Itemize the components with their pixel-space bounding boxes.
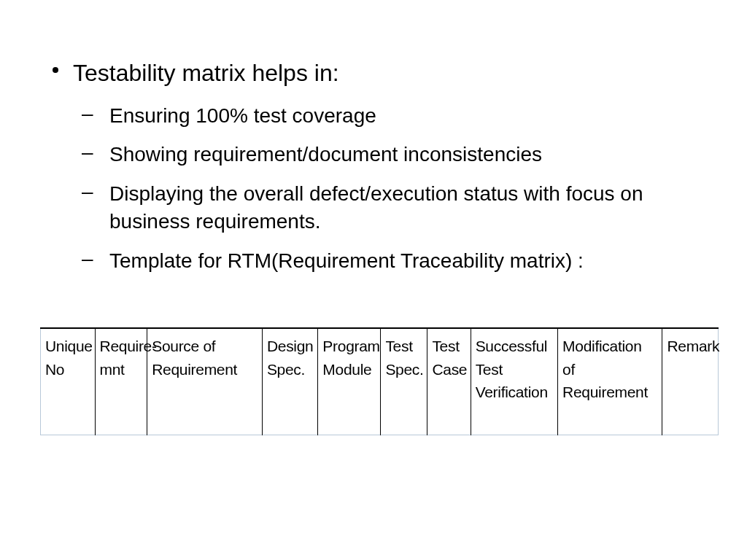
- col-requirement: Require-mnt: [95, 328, 147, 435]
- col-test-spec: Test Spec.: [381, 328, 427, 435]
- col-verification: Successful Test Verification: [471, 328, 557, 435]
- rtm-template-table-wrap: Unique No Require-mnt Source of Requirem…: [40, 327, 719, 435]
- sub-list-item: – Template for RTM(Requirement Traceabil…: [73, 247, 703, 275]
- col-test-case: Test Case: [427, 328, 471, 435]
- dash-icon: –: [82, 141, 93, 164]
- sub-list-item: – Showing requirement/document inconsist…: [73, 141, 703, 168]
- col-remark: Remark: [662, 328, 719, 435]
- col-source: Source of Requirement: [147, 328, 263, 435]
- bullet-icon: [53, 67, 58, 73]
- col-program-module: Program Module: [318, 328, 381, 435]
- dash-icon: –: [82, 180, 93, 203]
- main-bullet-list: Testability matrix helps in: – Ensuring …: [44, 58, 703, 275]
- col-modification: Modification of Requirement: [558, 328, 662, 435]
- main-list-item: Testability matrix helps in: – Ensuring …: [44, 58, 703, 275]
- rtm-template-table: Unique No Require-mnt Source of Requirem…: [40, 327, 719, 435]
- col-design-spec: Design Spec.: [262, 328, 317, 435]
- sub-list-item: – Displaying the overall defect/executio…: [73, 180, 703, 236]
- col-unique-no: Unique No: [41, 328, 96, 435]
- sub-bullet-text: Showing requirement/document inconsisten…: [109, 141, 703, 168]
- dash-icon: –: [82, 247, 93, 271]
- sub-list-item: – Ensuring 100% test coverage: [73, 102, 703, 130]
- sub-bullet-text: Template for RTM(Requirement Traceabilit…: [109, 247, 703, 275]
- main-bullet-text: Testability matrix helps in:: [73, 58, 703, 89]
- sub-bullet-text: Displaying the overall defect/execution …: [109, 180, 703, 236]
- table-header-row: Unique No Require-mnt Source of Requirem…: [41, 328, 719, 435]
- dash-icon: –: [82, 102, 93, 125]
- sub-bullet-list: – Ensuring 100% test coverage – Showing …: [73, 102, 703, 275]
- sub-bullet-text: Ensuring 100% test coverage: [109, 102, 703, 130]
